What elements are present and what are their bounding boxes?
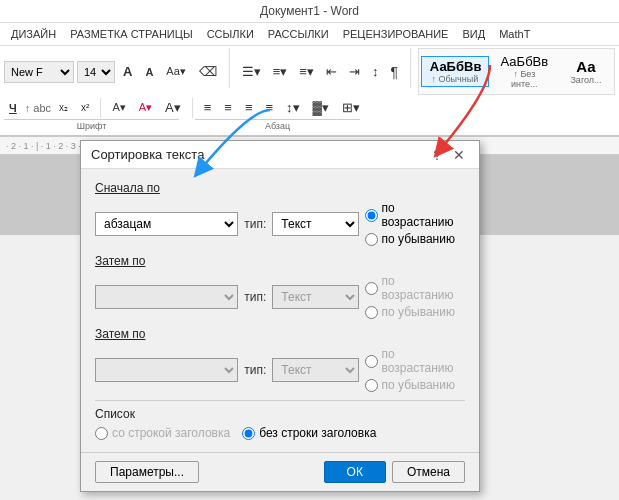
dialog-body: Сначала по абзацам Полю 1 Полю 2 тип: Те… bbox=[81, 169, 479, 452]
menu-bar: ДИЗАЙН РАЗМЕТКА СТРАНИЦЫ ССЫЛКИ РАССЫЛКИ… bbox=[0, 23, 619, 46]
section3-row: тип: Текст Число Дата по возрастанию по … bbox=[95, 347, 465, 392]
without-header-label: без строки заголовка bbox=[259, 426, 376, 440]
bullet-list-button[interactable]: ☰▾ bbox=[237, 61, 266, 82]
subscript-button[interactable]: x₂ bbox=[54, 99, 73, 116]
menu-review[interactable]: РЕЦЕНЗИРОВАНИЕ bbox=[336, 25, 456, 43]
style-normal-label: ↑ Обычный bbox=[430, 74, 480, 84]
footer-left: Параметры... bbox=[95, 461, 199, 483]
styles-area: АаБбВв ↑ Обычный АаБбВв ↑ Без инте... Аа… bbox=[418, 48, 615, 95]
footer-right: ОК Отмена bbox=[324, 461, 465, 483]
justify-button[interactable]: ≡ bbox=[261, 97, 279, 118]
shading-button[interactable]: ▓▾ bbox=[308, 97, 334, 118]
radio-without-header[interactable] bbox=[242, 427, 255, 440]
radio-asc-2[interactable]: по возрастанию bbox=[365, 274, 465, 302]
change-case-button[interactable]: Aa▾ bbox=[161, 62, 190, 81]
radio-with-header[interactable] bbox=[95, 427, 108, 440]
section2-label: Затем по bbox=[95, 254, 465, 268]
title-bar: Документ1 - Word bbox=[0, 0, 619, 23]
sep-small bbox=[100, 98, 101, 118]
type-label-2: тип: bbox=[244, 290, 266, 304]
ribbon: New F 14 A A Aa▾ ⌫ ☰▾ ≡▾ ≡▾ ⇤ ⇥ ↕ ¶ АаБ bbox=[0, 46, 619, 137]
radio-asc-3-label: по возрастанию bbox=[382, 347, 465, 375]
menu-page-layout[interactable]: РАЗМЕТКА СТРАНИЦЫ bbox=[63, 25, 199, 43]
font-name-select[interactable]: New F bbox=[4, 61, 74, 83]
style-heading[interactable]: Аа Загол... bbox=[560, 55, 612, 88]
font-size-select[interactable]: 14 bbox=[77, 61, 115, 83]
borders-button[interactable]: ⊞▾ bbox=[337, 97, 365, 118]
radio-desc-1[interactable]: по убыванию bbox=[365, 232, 465, 246]
font-grow-button[interactable]: A bbox=[118, 61, 137, 82]
radio-desc-3-input[interactable] bbox=[365, 379, 378, 392]
multilevel-list-button[interactable]: ≡▾ bbox=[294, 61, 319, 82]
type-select-2[interactable]: Текст Число Дата bbox=[272, 285, 358, 309]
style-normal-preview: АаБбВв bbox=[430, 59, 480, 74]
radio-group-2: по возрастанию по убыванию bbox=[365, 274, 465, 319]
radio-desc-2[interactable]: по убыванию bbox=[365, 305, 465, 319]
numbered-list-button[interactable]: ≡▾ bbox=[268, 61, 293, 82]
radio-group-3: по возрастанию по убыванию bbox=[365, 347, 465, 392]
superscript-button[interactable]: x² bbox=[76, 99, 94, 116]
section3-label: Затем по bbox=[95, 327, 465, 341]
type-select-1[interactable]: Текст Число Дата bbox=[272, 212, 358, 236]
radio-asc-2-input[interactable] bbox=[365, 282, 378, 295]
list-label: Список bbox=[95, 407, 465, 421]
radio-asc-3[interactable]: по возрастанию bbox=[365, 347, 465, 375]
para-label: Абзац bbox=[195, 119, 360, 131]
font-shrink-button[interactable]: A bbox=[140, 63, 158, 81]
font-color-button[interactable]: A▾ bbox=[134, 98, 157, 117]
menu-mailings[interactable]: РАССЫЛКИ bbox=[261, 25, 336, 43]
list-without-header[interactable]: без строки заголовка bbox=[242, 426, 376, 440]
radio-asc-1-input[interactable] bbox=[365, 209, 378, 222]
align-right-button[interactable]: ≡ bbox=[240, 97, 258, 118]
dialog-close-button[interactable]: ✕ bbox=[449, 148, 469, 162]
section1-label: Сначала по bbox=[95, 181, 465, 195]
ribbon-separator-2 bbox=[410, 48, 411, 88]
para-label-expand bbox=[360, 119, 376, 131]
radio-desc-3[interactable]: по убыванию bbox=[365, 378, 465, 392]
sort-button[interactable]: ↕ bbox=[367, 61, 384, 82]
align-center-button[interactable]: ≡ bbox=[219, 97, 237, 118]
params-button[interactable]: Параметры... bbox=[95, 461, 199, 483]
cancel-button[interactable]: Отмена bbox=[392, 461, 465, 483]
radio-desc-2-input[interactable] bbox=[365, 306, 378, 319]
decrease-indent-button[interactable]: ⇤ bbox=[321, 61, 342, 82]
style-normal[interactable]: АаБбВв ↑ Обычный bbox=[421, 56, 489, 87]
sort-by-select-3[interactable] bbox=[95, 358, 238, 382]
ribbon-separator-1 bbox=[229, 48, 230, 88]
align-left-button[interactable]: ≡ bbox=[199, 97, 217, 118]
radio-group-1: по возрастанию по убыванию bbox=[365, 201, 465, 246]
menu-references[interactable]: ССЫЛКИ bbox=[200, 25, 261, 43]
dialog-titlebar: Сортировка текста ? ✕ bbox=[81, 141, 479, 169]
style-nointerval-label: ↑ Без инте... bbox=[500, 69, 549, 89]
dialog-help-button[interactable]: ? bbox=[429, 148, 445, 162]
ribbon-row1: New F 14 A A Aa▾ ⌫ ☰▾ ≡▾ ≡▾ ⇤ ⇥ ↕ ¶ АаБ bbox=[4, 48, 615, 95]
text-highlight-button[interactable]: A▾ bbox=[107, 98, 130, 117]
type-select-3[interactable]: Текст Число Дата bbox=[272, 358, 358, 382]
sort-by-select-2[interactable] bbox=[95, 285, 238, 309]
radio-asc-3-input[interactable] bbox=[365, 355, 378, 368]
radio-asc-1[interactable]: по возрастанию bbox=[365, 201, 465, 229]
underline-button[interactable]: Ч bbox=[4, 99, 22, 117]
menu-design[interactable]: ДИЗАЙН bbox=[4, 25, 63, 43]
list-with-header[interactable]: со строкой заголовка bbox=[95, 426, 230, 440]
list-row: со строкой заголовка без строки заголовк… bbox=[95, 426, 465, 440]
line-spacing-button[interactable]: ↕▾ bbox=[281, 97, 305, 118]
title-text: Документ1 - Word bbox=[260, 4, 359, 18]
ok-button[interactable]: ОК bbox=[324, 461, 386, 483]
sort-by-select-1[interactable]: абзацам Полю 1 Полю 2 bbox=[95, 212, 238, 236]
ribbon-labels: Шрифт Абзац bbox=[4, 119, 615, 131]
sort-text-dialog: Сортировка текста ? ✕ Сначала по абзацам… bbox=[80, 140, 480, 492]
increase-indent-button[interactable]: ⇥ bbox=[344, 61, 365, 82]
show-marks-button[interactable]: ¶ bbox=[385, 61, 403, 83]
paragraph-group: ☰▾ ≡▾ ≡▾ ⇤ ⇥ ↕ ¶ bbox=[237, 48, 403, 95]
text-effects-button[interactable]: A▾ bbox=[160, 97, 186, 118]
dialog-footer: Параметры... ОК Отмена bbox=[81, 452, 479, 491]
list-section: Список со строкой заголовка без строки з… bbox=[95, 407, 465, 440]
dialog-title: Сортировка текста bbox=[91, 147, 204, 162]
radio-desc-1-input[interactable] bbox=[365, 233, 378, 246]
style-no-interval[interactable]: АаБбВв ↑ Без инте... bbox=[491, 51, 558, 92]
radio-desc-2-label: по убыванию bbox=[382, 305, 455, 319]
clear-format-button[interactable]: ⌫ bbox=[194, 61, 222, 82]
menu-view[interactable]: ВИД bbox=[455, 25, 492, 43]
menu-math[interactable]: MathT bbox=[492, 25, 537, 43]
